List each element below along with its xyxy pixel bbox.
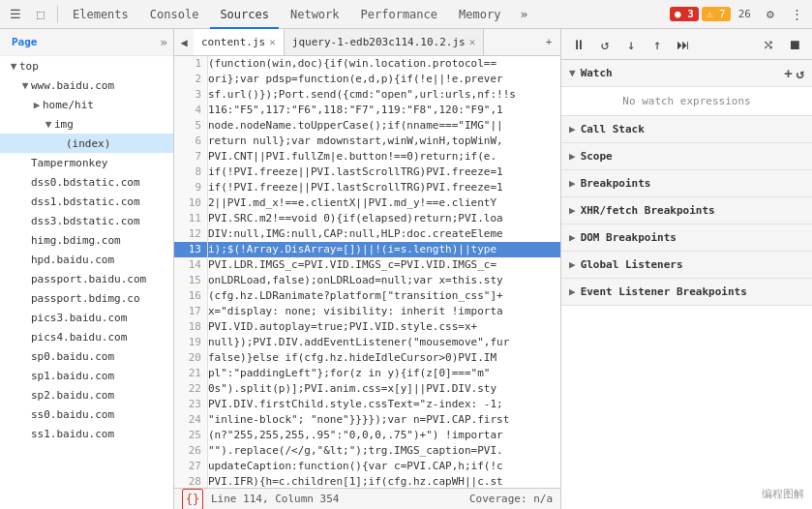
- code-line: sf.url()});Port.send({cmd:"open",url:url…: [208, 87, 560, 103]
- step-into-btn[interactable]: ↓: [619, 33, 643, 56]
- code-line: (cfg.hz.LDRanimate?platform["transition_…: [208, 288, 560, 304]
- tree-item-sp1.baidu.com[interactable]: sp1.baidu.com: [0, 366, 173, 385]
- tab-performance[interactable]: Performance: [351, 0, 447, 29]
- tree-item-ss0.baidu.com[interactable]: ss0.baidu.com: [0, 404, 173, 424]
- section-arrow-icon: ▶: [569, 231, 576, 244]
- tree-item-passport.baidu.com[interactable]: passport.baidu.com: [0, 269, 173, 288]
- warn-count[interactable]: ⚠ 7: [702, 7, 731, 21]
- top-toolbar: ☰ ⬚ Elements Console Sources Network Per…: [0, 0, 812, 29]
- devtools-menu-btn[interactable]: ☰: [4, 3, 27, 26]
- info-count[interactable]: 26: [734, 7, 756, 21]
- line-number: 11: [174, 211, 207, 226]
- more-options-btn[interactable]: ⋮: [785, 3, 808, 26]
- section-arrow-icon: ▶: [569, 285, 576, 298]
- tree-label: ss0.baidu.com: [31, 408, 114, 421]
- line-number: 9: [174, 180, 207, 195]
- close-jquery[interactable]: ✕: [469, 36, 476, 48]
- tab-sources[interactable]: Sources: [210, 0, 279, 29]
- tree-item-www.baidu.com[interactable]: ▼www.baidu.com: [0, 75, 173, 95]
- more-tabs-btn[interactable]: »: [512, 3, 535, 26]
- tree-arrow: ▶: [31, 99, 43, 111]
- section-header-xhr/fetch-breakpoints[interactable]: ▶XHR/fetch Breakpoints: [561, 197, 812, 225]
- tab-console[interactable]: Console: [140, 0, 209, 29]
- section-header-watch[interactable]: ▼Watch+↺: [561, 60, 812, 87]
- tree-item-passport.bdimg.co[interactable]: passport.bdimg.co: [0, 288, 173, 308]
- stop-btn[interactable]: ⏹: [783, 33, 806, 56]
- file-tab-content-js[interactable]: content.js ✕: [194, 29, 285, 56]
- section-header-dom-breakpoints[interactable]: ▶DOM Breakpoints: [561, 225, 812, 252]
- section-arrow-icon: ▶: [569, 177, 576, 190]
- step-btn[interactable]: ⏭: [672, 33, 695, 56]
- section-header-scope[interactable]: ▶Scope: [561, 143, 812, 170]
- tree-arrow: ▼: [8, 60, 19, 73]
- tree-item-top[interactable]: ▼top: [0, 56, 173, 75]
- file-tabs-bar: ◀ content.js ✕ jquery-1-edb203c114.10.2.…: [174, 29, 560, 56]
- deactivate-breakpoints-btn[interactable]: ⤭: [757, 33, 780, 56]
- tree-item-dss0.bdstatic.com[interactable]: dss0.bdstatic.com: [0, 172, 173, 192]
- tree-item-himg.bdimg.com[interactable]: himg.bdimg.com: [0, 230, 173, 250]
- section-header-event-listener-breakpoints[interactable]: ▶Event Listener Breakpoints: [561, 279, 812, 306]
- tree-item-home/hit[interactable]: ▶home/hit: [0, 95, 173, 114]
- code-line: return null};var mdownstart,winW,winH,to…: [208, 134, 560, 149]
- code-scroll[interactable]: (function(win,doc){if(win.location.proto…: [208, 56, 560, 488]
- code-line: "").replace(/</g,"&lt;");trg.IMGS_captio…: [208, 443, 560, 459]
- section-label: Call Stack: [581, 123, 645, 135]
- code-area[interactable]: 1234567891011121314151617181920212223242…: [174, 56, 560, 488]
- tree-item-(index)[interactable]: (index): [0, 134, 173, 153]
- tree-item-pics3.baidu.com[interactable]: pics3.baidu.com: [0, 308, 173, 327]
- code-line: (n?"255,255,255,.95":"0,0,0,.75")+") !im…: [208, 428, 560, 443]
- section-content-watch: No watch expressions: [561, 87, 812, 116]
- tree-item-ss1.baidu.com[interactable]: ss1.baidu.com: [0, 424, 173, 443]
- refresh-watch-btn[interactable]: ↺: [797, 66, 804, 81]
- code-line: if(!PVI.freeze||PVI.lastScrollTRG)PVI.fr…: [208, 165, 560, 180]
- settings-btn[interactable]: ⚙: [759, 3, 782, 26]
- tree-item-dss3.bdstatic.com[interactable]: dss3.bdstatic.com: [0, 211, 173, 230]
- tree-item-dss1.bdstatic.com[interactable]: dss1.bdstatic.com: [0, 192, 173, 211]
- line-number: 16: [174, 288, 207, 304]
- section-header-call-stack[interactable]: ▶Call Stack: [561, 116, 812, 143]
- coverage-label: Coverage: n/a: [469, 493, 553, 505]
- tree-label: img: [54, 118, 74, 131]
- tree-item-hpd.baidu.com[interactable]: hpd.baidu.com: [0, 250, 173, 269]
- tree-label: pics4.baidu.com: [31, 331, 127, 344]
- line-number: 4: [174, 103, 207, 118]
- add-watch-btn[interactable]: +: [784, 66, 792, 81]
- tree-label: home/hit: [43, 99, 94, 111]
- dock-btn[interactable]: ⬚: [29, 3, 52, 26]
- step-over-btn[interactable]: ↺: [593, 33, 617, 56]
- code-line: node.nodeName.toUpperCase();if(nname==="…: [208, 118, 560, 134]
- code-line: if(!PVI.freeze||PVI.lastScrollTRG)PVI.fr…: [208, 180, 560, 195]
- format-btn[interactable]: {}: [182, 489, 203, 510]
- code-line: (function(win,doc){if(win.location.proto…: [208, 56, 560, 72]
- sidebar-more-btn[interactable]: »: [160, 35, 167, 49]
- code-line: x="display: none; visibility: inherit !i…: [208, 304, 560, 319]
- code-line: ori};var pdsp=function(e,d,p){if(!e||!e.…: [208, 72, 560, 87]
- code-line: 116:"F5",117:"F6",118:"F7",119:"F8",120:…: [208, 103, 560, 118]
- tree-item-img[interactable]: ▼img: [0, 114, 173, 134]
- section-header-breakpoints[interactable]: ▶Breakpoints: [561, 170, 812, 197]
- file-tab-jquery[interactable]: jquery-1-edb203c114.10.2.js ✕: [285, 29, 484, 56]
- tree-item-sp0.baidu.com[interactable]: sp0.baidu.com: [0, 346, 173, 366]
- code-line: onLDRLoad,false);onLDRLoad=null;var x=th…: [208, 273, 560, 288]
- section-header-global-listeners[interactable]: ▶Global Listeners: [561, 252, 812, 279]
- code-line: null});PVI.DIV.addEventListener("mousemo…: [208, 335, 560, 350]
- error-count[interactable]: ● 3: [670, 7, 699, 21]
- tab-network[interactable]: Network: [281, 0, 349, 29]
- add-file-tab-btn[interactable]: +: [537, 29, 560, 56]
- tree-label: sp0.baidu.com: [31, 350, 114, 363]
- code-line: PVI.SRC.m2!==void 0){if(elapsed)return;P…: [208, 211, 560, 226]
- sidebar-tab-page[interactable]: Page: [6, 36, 44, 48]
- tree-item-sp2.baidu.com[interactable]: sp2.baidu.com: [0, 385, 173, 404]
- step-out-btn[interactable]: ↑: [646, 33, 669, 56]
- close-content-js[interactable]: ✕: [269, 36, 276, 48]
- pause-btn[interactable]: ⏸: [567, 33, 590, 56]
- tab-nav-prev[interactable]: ◀: [174, 29, 194, 56]
- tab-elements[interactable]: Elements: [63, 0, 138, 29]
- code-line: 0s").split(p)];PVI.anim.css=x[y]||PVI.DI…: [208, 381, 560, 397]
- tree-item-pics4.baidu.com[interactable]: pics4.baidu.com: [0, 327, 173, 346]
- tab-memory[interactable]: Memory: [449, 0, 510, 29]
- code-line: PVI.DIV.firstChild.style.cssText="z-inde…: [208, 397, 560, 412]
- line-number: 20: [174, 350, 207, 366]
- tree-item-tampermonkey[interactable]: Tampermonkey: [0, 153, 173, 172]
- tree-label: pics3.baidu.com: [31, 312, 127, 324]
